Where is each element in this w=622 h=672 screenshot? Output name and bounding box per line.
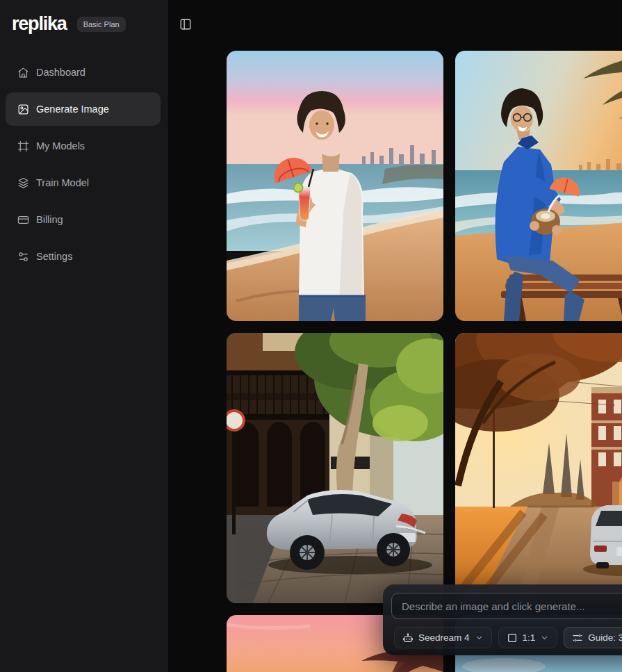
guidance-selector-label: Guide: 3.5 [588, 632, 622, 643]
app-logo: replika [12, 13, 67, 35]
model-selector-label: Seedream 4 [418, 632, 470, 643]
sidebar-item-label: Train Model [36, 177, 89, 188]
sidebar: replika Basic Plan Dashboard Generate Im… [0, 0, 167, 672]
aspect-ratio-selector-button[interactable]: 1:1 [498, 627, 558, 648]
sliders-horizontal-icon [572, 632, 583, 644]
sidebar-item-billing[interactable]: Billing [6, 203, 161, 236]
sidebar-item-my-models[interactable]: My Models [6, 129, 161, 163]
generated-image-card[interactable] [227, 51, 443, 321]
victorian-street-scene [227, 333, 443, 603]
sidebar-item-label: Dashboard [36, 67, 85, 78]
sidebar-item-generate-image[interactable]: Generate Image [6, 92, 161, 126]
sidebar-item-dashboard[interactable]: Dashboard [6, 56, 161, 89]
prompt-composer: Seedream 4 1:1 Guide: 3.5 [383, 584, 622, 655]
sidebar-item-train-model[interactable]: Train Model [6, 166, 161, 199]
prompt-input[interactable] [391, 593, 622, 619]
golden-street-scene [455, 333, 622, 603]
credit-card-icon [17, 214, 29, 226]
chevron-down-icon [475, 633, 484, 642]
generated-image-card[interactable] [455, 51, 622, 321]
home-icon [17, 67, 29, 79]
guidance-selector-button[interactable]: Guide: 3.5 [564, 627, 622, 648]
sidebar-item-label: Generate Image [36, 104, 109, 115]
model-selector-button[interactable]: Seedream 4 [394, 627, 492, 648]
bot-icon [402, 632, 414, 644]
sidebar-item-label: My Models [36, 140, 85, 151]
image-icon [17, 104, 29, 115]
app-root: { "app": { "logo_text": "replika", "plan… [0, 0, 622, 672]
sidebar-item-settings[interactable]: Settings [6, 240, 161, 273]
main-content: Seedream 4 1:1 Guide: 3.5 [167, 0, 622, 672]
generated-image-card[interactable] [227, 333, 443, 603]
generated-image-card[interactable] [455, 333, 622, 603]
chevron-down-icon [540, 633, 549, 642]
beach-bench-scene [455, 51, 622, 321]
sidebar-item-label: Billing [36, 214, 63, 225]
settings-icon [17, 251, 29, 263]
sidebar-toggle-button[interactable] [179, 18, 192, 31]
plan-badge: Basic Plan [77, 17, 126, 32]
aspect-ratio-selector-label: 1:1 [523, 632, 536, 643]
beach-cocktail-scene [227, 51, 443, 321]
sidebar-item-label: Settings [36, 251, 72, 262]
layers-icon [17, 177, 29, 189]
composer-controls: Seedream 4 1:1 Guide: 3.5 [394, 627, 622, 648]
square-icon [507, 632, 518, 644]
sidebar-nav: Dashboard Generate Image My Models Train… [6, 56, 161, 273]
logo-row: replika Basic Plan [0, 0, 167, 35]
frame-icon [17, 140, 29, 152]
panel-left-icon [179, 18, 192, 31]
